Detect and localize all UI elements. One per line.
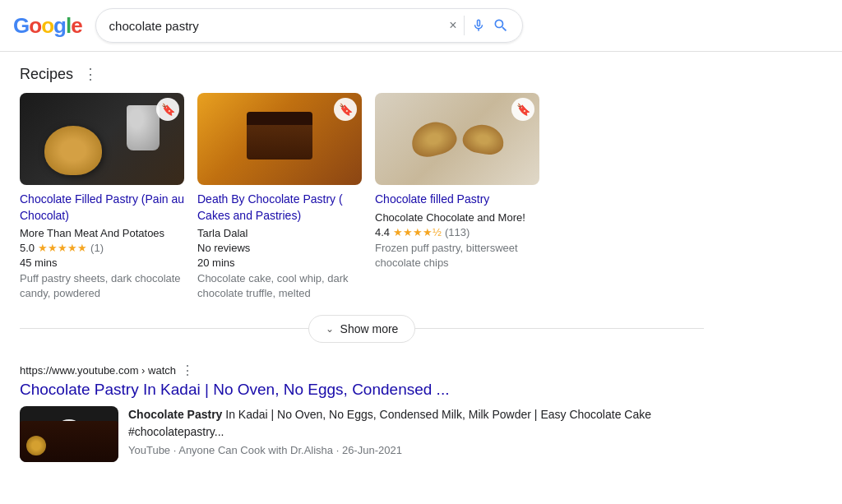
stars-3: ★★★★½ xyxy=(393,226,442,238)
search-input[interactable] xyxy=(109,19,443,33)
recipe-ingredients-2: Chocolate cake, cool whip, dark chocolat… xyxy=(197,271,362,301)
recipe-image-2: 🔖 xyxy=(197,93,362,185)
recipes-header: Recipes ⋮ xyxy=(20,65,704,83)
snippet-bold: Chocolate Pastry xyxy=(128,408,222,421)
bookmark-button-3[interactable]: 🔖 xyxy=(511,98,534,121)
result-body: Chocolate Pastry In Kadai | No Oven, No … xyxy=(20,406,704,462)
recipe-source-3: Chocolate Chocolate and More! xyxy=(375,211,539,224)
rating-value-1: 5.0 xyxy=(20,242,35,254)
recipe-card-1: 🔖 Chocolate Filled Pastry (Pain au Choco… xyxy=(20,93,184,302)
main-content: Recipes ⋮ 🔖 Chocolate Filled Pastry (Pai… xyxy=(0,52,724,488)
recipes-title: Recipes xyxy=(20,66,73,83)
recipe-image-1: 🔖 xyxy=(20,93,184,185)
recipe-ingredients-1: Puff pastry sheets, dark chocolate candy… xyxy=(20,271,184,301)
mic-button[interactable] xyxy=(471,18,486,33)
show-more-button[interactable]: ⌄ Show more xyxy=(308,315,416,343)
chevron-down-icon: ⌄ xyxy=(326,323,334,335)
result-thumbnail[interactable] xyxy=(20,406,118,462)
result-snippet: Chocolate Pastry In Kadai | No Oven, No … xyxy=(128,406,704,462)
rating-count-3: (113) xyxy=(445,226,470,238)
snippet-source: YouTube · Anyone Can Cook with Dr.Alisha… xyxy=(128,444,704,456)
divider xyxy=(464,16,465,35)
result-url-line: https://www.youtube.com › watch ⋮ xyxy=(20,363,704,378)
result-url: https://www.youtube.com › watch xyxy=(20,364,176,377)
search-bar: × xyxy=(95,8,523,43)
google-logo: Google xyxy=(13,13,82,39)
show-more-label: Show more xyxy=(340,322,399,335)
recipe-title-2[interactable]: Death By Chocolate Pastry ( Cakes and Pa… xyxy=(197,192,362,224)
recipe-ingredients-3: Frozen puff pastry, bittersweet chocolat… xyxy=(375,241,539,270)
recipes-grid: 🔖 Chocolate Filled Pastry (Pain au Choco… xyxy=(20,93,704,302)
recipes-more-button[interactable]: ⋮ xyxy=(80,65,101,83)
stars-1: ★★★★★ xyxy=(38,242,87,254)
recipe-title-1[interactable]: Chocolate Filled Pastry (Pain au Chocola… xyxy=(20,192,184,224)
recipe-time-1: 45 mins xyxy=(20,257,184,269)
show-more-container: ⌄ Show more xyxy=(20,315,704,343)
recipe-rating-1: 5.0 ★★★★★ (1) xyxy=(20,242,184,254)
youtube-result: https://www.youtube.com › watch ⋮ Chocol… xyxy=(20,363,704,463)
bookmark-button-2[interactable]: 🔖 xyxy=(334,98,357,121)
result-more-button[interactable]: ⋮ xyxy=(181,363,194,378)
recipe-reviews-2: No reviews xyxy=(197,242,362,254)
snippet-text: Chocolate Pastry In Kadai | No Oven, No … xyxy=(128,406,704,441)
clear-button[interactable]: × xyxy=(449,18,456,33)
recipe-source-2: Tarla Dalal xyxy=(197,227,362,239)
recipe-card-2: 🔖 Death By Chocolate Pastry ( Cakes and … xyxy=(197,93,362,302)
show-more-line-right xyxy=(415,328,704,329)
bookmark-button-1[interactable]: 🔖 xyxy=(156,98,179,121)
no-reviews-2: No reviews xyxy=(197,242,250,254)
header: Google × xyxy=(0,0,842,52)
recipe-image-3: 🔖 xyxy=(375,93,539,185)
result-title[interactable]: Chocolate Pastry In Kadai | No Oven, No … xyxy=(20,380,704,400)
recipe-card-3: 🔖 Chocolate filled Pastry Chocolate Choc… xyxy=(375,93,539,302)
recipes-section: Recipes ⋮ 🔖 Chocolate Filled Pastry (Pai… xyxy=(20,65,704,343)
recipe-source-1: More Than Meat And Potatoes xyxy=(20,227,184,239)
rating-value-3: 4.4 xyxy=(375,226,390,238)
show-more-line-left xyxy=(20,328,308,329)
rating-count-1: (1) xyxy=(90,242,104,254)
recipe-title-3[interactable]: Chocolate filled Pastry xyxy=(375,192,539,208)
recipe-time-2: 20 mins xyxy=(197,257,362,269)
recipe-rating-3: 4.4 ★★★★½ (113) xyxy=(375,226,539,238)
search-button[interactable] xyxy=(493,17,509,34)
